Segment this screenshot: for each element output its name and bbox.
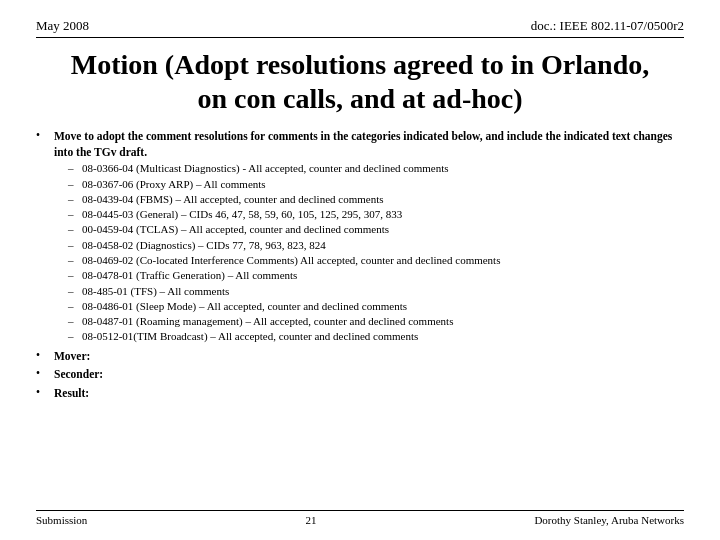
header-doc: doc.: IEEE 802.11-07/0500r2 [531, 18, 684, 34]
sub-text: 08-0478-01 (Traffic Generation) – All co… [82, 268, 297, 282]
sub-dash: – [68, 314, 82, 328]
footer-right: Dorothy Stanley, Aruba Networks [534, 514, 684, 526]
sub-list-item: –08-0469-02 (Co-located Interference Com… [68, 253, 684, 267]
extra-bullet-label: Mover: [54, 349, 90, 365]
footer-bar: Submission 21 Dorothy Stanley, Aruba Net… [36, 510, 684, 526]
sub-list-item: –00-0459-04 (TCLAS) – All accepted, coun… [68, 222, 684, 236]
sub-list-item: –08-0458-02 (Diagnostics) – CIDs 77, 78,… [68, 238, 684, 252]
extra-bullet: •Result: [36, 386, 684, 402]
sub-list-item: –08-0487-01 (Roaming management) – All a… [68, 314, 684, 328]
header-bar: May 2008 doc.: IEEE 802.11-07/0500r2 [36, 18, 684, 38]
sub-list-item: –08-0512-01(TIM Broadcast) – All accepte… [68, 329, 684, 343]
page: May 2008 doc.: IEEE 802.11-07/0500r2 Mot… [0, 0, 720, 540]
sub-list-item: –08-0439-04 (FBMS) – All accepted, count… [68, 192, 684, 206]
header-date: May 2008 [36, 18, 89, 34]
sub-text: 08-0367-06 (Proxy ARP) – All comments [82, 177, 266, 191]
bullet-dot: • [36, 129, 54, 141]
extra-bullet-label: Seconder: [54, 367, 103, 383]
sub-dash: – [68, 177, 82, 191]
bullet-dot: • [36, 367, 54, 379]
title-block: Motion (Adopt resolutions agreed to in O… [36, 48, 684, 115]
sub-list-item: –08-0367-06 (Proxy ARP) – All comments [68, 177, 684, 191]
sub-dash: – [68, 192, 82, 206]
extra-bullet-label: Result: [54, 386, 89, 402]
sub-dash: – [68, 222, 82, 236]
sub-text: 08-0487-01 (Roaming management) – All ac… [82, 314, 453, 328]
title-line1: Motion (Adopt resolutions agreed to in O… [36, 48, 684, 82]
footer-left: Submission [36, 514, 87, 526]
sub-dash: – [68, 299, 82, 313]
sub-text: 08-0439-04 (FBMS) – All accepted, counte… [82, 192, 384, 206]
sub-dash: – [68, 253, 82, 267]
bullet-dot: • [36, 349, 54, 361]
sub-list-item: –08-0445-03 (General) – CIDs 46, 47, 58,… [68, 207, 684, 221]
sub-text: 08-0469-02 (Co-located Interference Comm… [82, 253, 500, 267]
sub-list: –08-0366-04 (Multicast Diagnostics) - Al… [68, 161, 684, 344]
sub-list-item: –08-0366-04 (Multicast Diagnostics) - Al… [68, 161, 684, 175]
extra-bullet: •Mover: [36, 349, 684, 365]
sub-text: 08-0445-03 (General) – CIDs 46, 47, 58, … [82, 207, 402, 221]
main-bullet-text: Move to adopt the comment resolutions fo… [54, 129, 684, 345]
sub-dash: – [68, 329, 82, 343]
sub-dash: – [68, 284, 82, 298]
mover-block: •Mover:•Seconder:•Result: [36, 349, 684, 402]
sub-text: 08-0512-01(TIM Broadcast) – All accepted… [82, 329, 418, 343]
sub-text: 00-0459-04 (TCLAS) – All accepted, count… [82, 222, 389, 236]
extra-bullet: •Seconder: [36, 367, 684, 383]
title-line2: on con calls, and at ad-hoc) [36, 82, 684, 116]
sub-text: 08-0486-01 (Sleep Mode) – All accepted, … [82, 299, 407, 313]
sub-text: 08-0366-04 (Multicast Diagnostics) - All… [82, 161, 449, 175]
sub-list-item: –08-485-01 (TFS) – All comments [68, 284, 684, 298]
sub-text: 08-485-01 (TFS) – All comments [82, 284, 229, 298]
main-bullet: • Move to adopt the comment resolutions … [36, 129, 684, 345]
sub-list-item: –08-0478-01 (Traffic Generation) – All c… [68, 268, 684, 282]
sub-list-item: –08-0486-01 (Sleep Mode) – All accepted,… [68, 299, 684, 313]
main-bullet-bold: Move to adopt the comment resolutions fo… [54, 130, 672, 158]
sub-dash: – [68, 238, 82, 252]
footer-center: 21 [305, 514, 316, 526]
sub-dash: – [68, 207, 82, 221]
sub-dash: – [68, 161, 82, 175]
sub-text: 08-0458-02 (Diagnostics) – CIDs 77, 78, … [82, 238, 326, 252]
bullet-dot: • [36, 386, 54, 398]
content-area: • Move to adopt the comment resolutions … [36, 129, 684, 510]
sub-dash: – [68, 268, 82, 282]
